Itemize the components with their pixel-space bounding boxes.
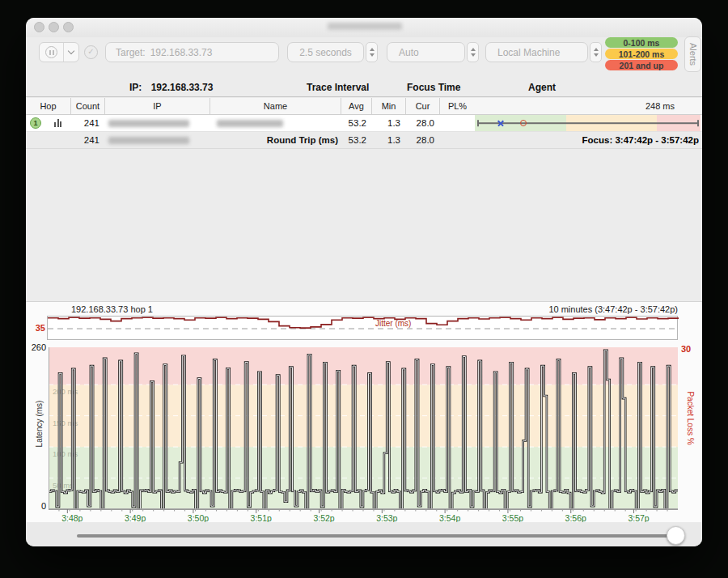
timeline-chart-panel: 192.168.33.73 hop 1 10 minutes (3:47:42p…: [26, 301, 702, 522]
title-bar[interactable]: [26, 18, 702, 37]
packet-loss-axis-title: Packet Loss %: [686, 382, 695, 455]
focus-time-select[interactable]: Auto: [387, 42, 465, 62]
graph-icon[interactable]: [54, 119, 61, 127]
min-cell: 1.3: [372, 115, 406, 131]
empty-trace-area: [26, 150, 702, 301]
alerts-tab-label: Alerts: [688, 43, 698, 66]
min-max-range-line: [477, 122, 699, 124]
avg-cell: 53.2: [341, 132, 372, 148]
name-cell-redacted: [217, 120, 283, 127]
jitter-chart[interactable]: [47, 316, 678, 340]
stepper-down-icon: [594, 53, 599, 57]
header-name[interactable]: Name: [210, 98, 341, 114]
ip-caption-value: 192.168.33.73: [151, 82, 214, 93]
scrollbar-track[interactable]: [77, 534, 675, 538]
latency-axis-title: Latency (ms): [35, 392, 44, 457]
target-input-prefix: Target:: [116, 47, 146, 58]
svg-text:50 ms: 50 ms: [53, 481, 74, 490]
ip-cell-redacted: [108, 120, 189, 127]
focus-time-range-label: Focus: 3:47:42p - 3:57:42p: [582, 132, 699, 148]
stepper-down-icon: [370, 53, 375, 57]
pause-menu-button[interactable]: [64, 43, 78, 62]
trace-interval-caption: Trace Interval: [307, 82, 369, 93]
stepper-up-icon: [471, 48, 476, 51]
cur-cell: 28.0: [406, 132, 440, 148]
cur-cell: 28.0: [406, 115, 440, 131]
pl-cell: [440, 132, 475, 148]
header-avg[interactable]: Avg: [341, 98, 372, 114]
legend-pill: 201 and up: [605, 60, 678, 70]
tab-alerts[interactable]: Alerts: [684, 36, 701, 72]
target-input-value: 192.168.33.73: [150, 47, 213, 58]
chart-title: 192.168.33.73 hop 1: [71, 304, 153, 314]
latency-timeline-chart[interactable]: 50 ms100 ms150 ms200 ms: [49, 347, 678, 509]
table-row-round-trip[interactable]: 241 Round Trip (ms) 53.2 1.3 28.0 Focus:…: [26, 132, 702, 149]
pause-button-group[interactable]: [39, 42, 79, 62]
toolbar: ✓ Target: 192.168.33.73 2.5 seconds Auto: [26, 37, 702, 80]
screen-background: ✓ Target: 192.168.33.73 2.5 seconds Auto: [0, 0, 728, 578]
caption-row: IP: 192.168.33.73 Trace Interval Focus T…: [26, 80, 702, 97]
latency-axis-min: 0: [26, 501, 46, 511]
focus-time-stepper[interactable]: [467, 42, 479, 62]
packet-loss-axis-max: 30: [681, 344, 691, 354]
stepper-up-icon: [594, 48, 599, 51]
header-count[interactable]: Count: [71, 98, 105, 114]
round-trip-label: Round Trip (ms): [267, 135, 338, 145]
chart-time-range: 10 minutes (3:47:42p - 3:57:42p): [548, 304, 678, 314]
header-hop[interactable]: Hop: [26, 98, 71, 114]
ip-caption: IP: 192.168.33.73: [129, 82, 213, 93]
close-button[interactable]: [34, 22, 44, 32]
agent-stepper[interactable]: [590, 42, 602, 62]
stepper-down-icon: [471, 53, 476, 57]
table-row-hop-1[interactable]: 1 241 53.2 1.3 28.0: [26, 115, 702, 132]
header-ip[interactable]: IP: [105, 98, 210, 114]
trace-interval-select[interactable]: 2.5 seconds: [287, 42, 364, 62]
confirm-target-button[interactable]: ✓: [84, 45, 98, 59]
pause-icon: [45, 46, 57, 58]
focus-time-value: Auto: [399, 47, 419, 58]
table-header: Hop Count IP Name Avg Min Cur PL% 248 ms: [26, 98, 702, 115]
latency-legend: 0-100 ms101-200 ms201 and up: [605, 37, 678, 70]
legend-pill: 0-100 ms: [605, 37, 678, 48]
pl-cell: [440, 115, 475, 131]
count-cell: 241: [71, 132, 105, 148]
window-title-redacted: [328, 23, 402, 30]
trace-interval-stepper[interactable]: [366, 42, 378, 62]
count-cell: 241: [71, 115, 105, 131]
minimize-button[interactable]: [49, 22, 59, 32]
latency-axis-max: 260: [26, 342, 46, 352]
current-latency-marker: [497, 120, 504, 127]
ip-cell-redacted: [108, 137, 189, 144]
legend-pill: 101-200 ms: [605, 49, 678, 59]
latency-scale-label: 248 ms: [475, 98, 702, 114]
jitter-series-label: Jitter (ms): [375, 319, 411, 328]
header-pl[interactable]: PL%: [440, 98, 475, 114]
latency-range-bar[interactable]: [475, 115, 702, 131]
avg-cell: 53.2: [341, 115, 372, 131]
zoom-button[interactable]: [63, 22, 74, 32]
average-latency-marker: [520, 120, 527, 126]
scrollbar-thumb[interactable]: [667, 526, 685, 545]
min-cell: 1.3: [372, 132, 406, 148]
header-min[interactable]: Min: [372, 98, 406, 114]
focus-time-caption: Focus Time: [407, 82, 460, 93]
target-input[interactable]: Target: 192.168.33.73: [105, 42, 279, 62]
stepper-up-icon: [370, 48, 375, 51]
pause-button[interactable]: [40, 43, 64, 62]
trace-interval-value: 2.5 seconds: [299, 47, 352, 58]
header-cur[interactable]: Cur: [406, 98, 440, 114]
check-icon: ✓: [87, 47, 94, 56]
hop-number-badge: 1: [30, 117, 41, 129]
agent-select[interactable]: Local Machine: [485, 42, 588, 62]
ip-caption-label: IP:: [129, 82, 142, 93]
app-window: ✓ Target: 192.168.33.73 2.5 seconds Auto: [26, 18, 702, 546]
timeline-scrollbar-area: [26, 522, 702, 546]
jitter-axis-value: 35: [29, 323, 45, 333]
agent-caption: Agent: [528, 82, 556, 93]
agent-value: Local Machine: [497, 47, 560, 58]
chevron-down-icon: [68, 48, 74, 54]
